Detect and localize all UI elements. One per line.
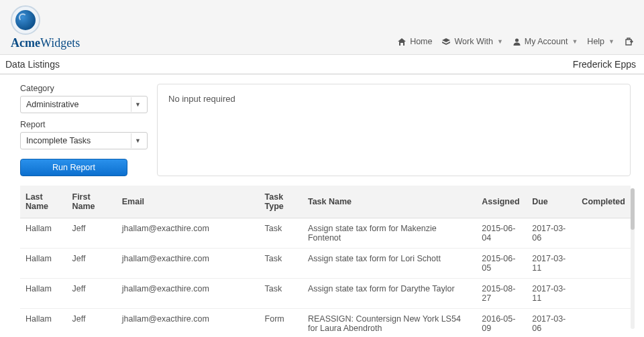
- cell-last-name: Hallam: [20, 249, 67, 279]
- panel-message: No input required: [168, 94, 235, 104]
- col-task-name[interactable]: Task Name: [303, 186, 476, 218]
- cell-task-type: Task: [260, 218, 303, 249]
- cell-task-type: Form: [260, 309, 303, 338]
- cell-assigned: 2015-08-27: [476, 279, 527, 309]
- logo-icon: [11, 5, 40, 35]
- logout-icon: [624, 37, 633, 46]
- cell-assigned: 2015-06-05: [476, 249, 527, 279]
- cell-due: 2017-03-11: [527, 279, 576, 309]
- table-row[interactable]: HallamJeffjhallam@exacthire.comTaskAssig…: [20, 279, 631, 309]
- cell-email: jhallam@exacthire.com: [117, 309, 260, 338]
- brand-name: AcmeWidgets: [11, 36, 80, 50]
- cell-completed: [576, 218, 631, 249]
- col-last-name[interactable]: Last Name: [20, 186, 67, 218]
- cell-completed: [576, 279, 631, 309]
- table-row[interactable]: HallamJeffjhallam@exacthire.comTaskAssig…: [20, 218, 631, 249]
- col-first-name[interactable]: First Name: [67, 186, 117, 218]
- col-completed[interactable]: Completed: [576, 186, 631, 218]
- report-value: Incomplete Tasks: [26, 136, 91, 145]
- nav-work-with-label: Work With: [454, 37, 492, 46]
- cell-last-name: Hallam: [20, 218, 67, 249]
- cell-completed: [576, 309, 631, 338]
- top-nav: Home Work With ▼ My Account ▼ Help ▼: [397, 37, 633, 50]
- subheader: Data Listings Frederick Epps: [0, 55, 644, 74]
- cell-completed: [576, 249, 631, 279]
- app-header: AcmeWidgets Home Work With ▼ My Account …: [0, 0, 644, 55]
- results-table-wrap: Last Name First Name Email Task Type Tas…: [0, 176, 644, 337]
- category-value: Administrative: [26, 100, 79, 109]
- report-select[interactable]: Incomplete Tasks ▼: [20, 132, 148, 149]
- cell-due: 2017-03-06: [527, 218, 576, 249]
- col-due[interactable]: Due: [527, 186, 576, 218]
- table-row[interactable]: HallamJeffjhallam@exacthire.comTaskAssig…: [20, 249, 631, 279]
- table-row[interactable]: HallamJeffjhallam@exacthire.comFormREASS…: [20, 309, 631, 338]
- results-table: Last Name First Name Email Task Type Tas…: [20, 186, 631, 337]
- cell-due: 2017-03-11: [527, 249, 576, 279]
- cell-due: 2017-03-06: [527, 309, 576, 338]
- input-panel: No input required: [157, 84, 631, 176]
- cell-assigned: 2016-05-09: [476, 309, 527, 338]
- cell-last-name: Hallam: [20, 279, 67, 309]
- cell-task-type: Task: [260, 279, 303, 309]
- cell-first-name: Jeff: [67, 279, 117, 309]
- report-label: Report: [20, 120, 148, 129]
- home-icon: [397, 38, 407, 46]
- cell-first-name: Jeff: [67, 218, 117, 249]
- scrollbar[interactable]: [631, 188, 635, 329]
- category-select[interactable]: Administrative ▼: [20, 96, 148, 113]
- run-report-button[interactable]: Run Report: [20, 159, 127, 176]
- table-header-row: Last Name First Name Email Task Type Tas…: [20, 186, 631, 218]
- cell-email: jhallam@exacthire.com: [117, 249, 260, 279]
- cell-task-type: Task: [260, 249, 303, 279]
- col-task-type[interactable]: Task Type: [260, 186, 303, 218]
- nav-home-label: Home: [410, 37, 432, 46]
- nav-help[interactable]: Help ▼: [587, 37, 614, 46]
- cell-assigned: 2015-06-04: [476, 218, 527, 249]
- chevron-down-icon: ▼: [572, 38, 578, 45]
- cell-task-name: Assign state tax form for Lori Schott: [303, 249, 476, 279]
- svg-point-0: [515, 38, 519, 42]
- filter-area: Category Administrative ▼ Report Incompl…: [0, 74, 644, 176]
- cell-task-name: REASSIGN: Countersign New York LS54 for …: [303, 309, 476, 338]
- nav-work-with[interactable]: Work With ▼: [441, 37, 502, 46]
- nav-my-account[interactable]: My Account ▼: [513, 37, 578, 46]
- chevron-down-icon: ▼: [131, 133, 144, 148]
- current-user: Frederick Epps: [573, 59, 636, 70]
- scrollbar-thumb[interactable]: [631, 188, 635, 230]
- cell-email: jhallam@exacthire.com: [117, 218, 260, 249]
- cell-email: jhallam@exacthire.com: [117, 279, 260, 309]
- category-label: Category: [20, 84, 148, 93]
- cell-last-name: Hallam: [20, 309, 67, 338]
- chevron-down-icon: ▼: [131, 97, 144, 112]
- category-group: Category Administrative ▼: [20, 84, 148, 113]
- page-title: Data Listings: [5, 59, 60, 70]
- col-assigned[interactable]: Assigned: [476, 186, 527, 218]
- logo-area: AcmeWidgets: [11, 5, 80, 50]
- cell-task-name: Assign state tax form for Makenzie Fonte…: [303, 218, 476, 249]
- chevron-down-icon: ▼: [608, 38, 614, 45]
- stack-icon: [441, 38, 451, 46]
- cell-first-name: Jeff: [67, 309, 117, 338]
- nav-my-account-label: My Account: [525, 37, 568, 46]
- nav-help-label: Help: [587, 37, 604, 46]
- user-icon: [513, 38, 521, 46]
- col-email[interactable]: Email: [117, 186, 260, 218]
- report-group: Report Incomplete Tasks ▼: [20, 120, 148, 149]
- filter-sidebar: Category Administrative ▼ Report Incompl…: [20, 84, 148, 176]
- nav-logout[interactable]: [624, 37, 633, 46]
- cell-task-name: Assign state tax form for Darythe Taylor: [303, 279, 476, 309]
- cell-first-name: Jeff: [67, 249, 117, 279]
- nav-home[interactable]: Home: [397, 37, 432, 46]
- chevron-down-icon: ▼: [497, 38, 503, 45]
